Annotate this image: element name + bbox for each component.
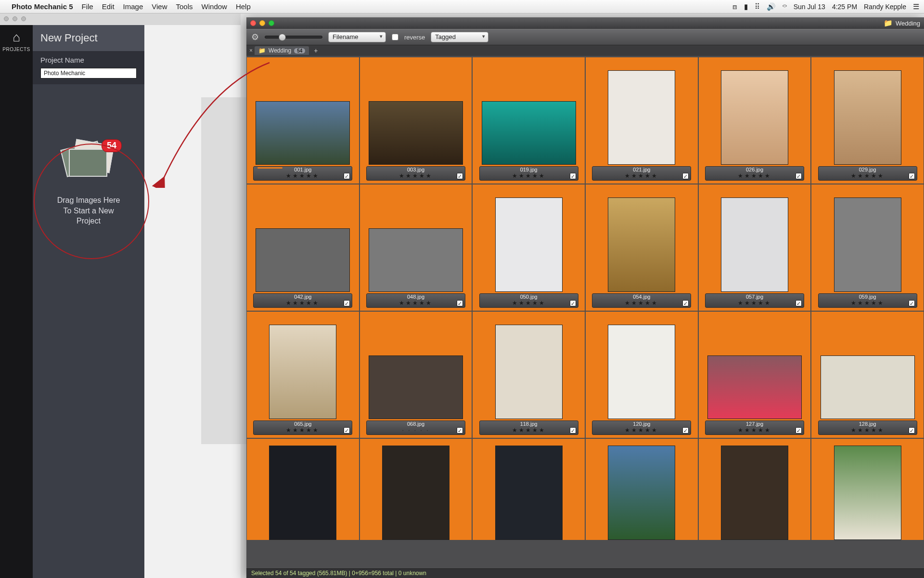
- close-icon[interactable]: [250, 20, 256, 26]
- thumbnail-image[interactable]: [256, 101, 350, 165]
- thumbnail-tag-checkbox[interactable]: ✓: [909, 173, 915, 179]
- keyboard-brightness-icon[interactable]: ⠿: [755, 2, 760, 11]
- thumbnail-rating[interactable]: ★★★★★: [399, 173, 433, 179]
- thumbnail-cell[interactable]: 128.jpg★★★★★✓: [811, 312, 924, 438]
- thumbnail-cell[interactable]: 042.jpg★★★★★✓: [247, 184, 359, 311]
- thumbnail-size-slider[interactable]: [265, 36, 322, 39]
- active-app-name[interactable]: Photo Mechanic 5: [12, 2, 73, 11]
- thumbnail-tag-checkbox[interactable]: ✓: [682, 427, 689, 434]
- thumbnail-cell[interactable]: 187.jpg✓: [586, 439, 698, 540]
- thumbnail-cell[interactable]: 059.jpg★★★★★✓: [811, 184, 924, 311]
- thumbnail-cell[interactable]: 207.jpg✓: [811, 439, 924, 540]
- thumbnail-image[interactable]: [608, 197, 675, 292]
- thumbnail-cell[interactable]: 029.jpg★★★★★✓: [811, 57, 924, 184]
- menubar-time[interactable]: 4:25 PM: [832, 3, 857, 11]
- thumbnail-tag-checkbox[interactable]: ✓: [796, 173, 802, 179]
- thumbnail-rating[interactable]: ★★★★★: [512, 173, 546, 179]
- project-name-input[interactable]: [40, 68, 137, 79]
- thumbnail-image[interactable]: [269, 325, 336, 419]
- tab-wedding[interactable]: 📁 Wedding 54: [255, 46, 309, 55]
- thumbnail-tag-checkbox[interactable]: ✓: [344, 300, 350, 306]
- thumbnail-cell[interactable]: 120.jpg★★★★★✓: [586, 312, 698, 438]
- settings-gear-icon[interactable]: ⚙: [251, 32, 259, 42]
- sort-field-select[interactable]: Filename: [328, 32, 386, 42]
- reverse-checkbox[interactable]: [392, 34, 398, 40]
- thumbnail-rating[interactable]: ★★★★★: [286, 427, 320, 434]
- menu-image[interactable]: Image: [123, 2, 143, 11]
- thumbnail-image[interactable]: [608, 446, 675, 540]
- menu-tools[interactable]: Tools: [176, 2, 193, 11]
- thumbnail-cell[interactable]: 057.jpg★★★★★✓: [699, 184, 811, 311]
- thumbnail-image[interactable]: [256, 228, 350, 292]
- thumbnail-tag-checkbox[interactable]: ✓: [909, 427, 915, 434]
- thumbnail-image[interactable]: [369, 355, 463, 419]
- thumbnail-cell[interactable]: 201.jpg✓: [699, 439, 811, 540]
- thumbnail-cell[interactable]: 054.jpg★★★★★✓: [586, 184, 698, 311]
- thumbnail-image[interactable]: [834, 197, 901, 292]
- zoom-icon[interactable]: [269, 20, 274, 26]
- thumbnail-image[interactable]: [721, 70, 788, 165]
- thumbnail-rating[interactable]: ★★★★★: [512, 427, 546, 434]
- thumbnail-rating[interactable]: ★★★★★: [851, 300, 885, 306]
- thumbnail-image[interactable]: [495, 197, 563, 292]
- window-traffic-lights-left[interactable]: [4, 16, 26, 21]
- wifi-icon[interactable]: ⌔: [783, 2, 787, 11]
- pm-titlebar[interactable]: 📁 Wedding: [246, 17, 924, 29]
- drop-images-zone[interactable]: 54 Drag Images Here To Start a New Proje…: [33, 142, 144, 226]
- thumbnail-tag-checkbox[interactable]: ✓: [344, 427, 350, 434]
- notification-center-icon[interactable]: ☰: [913, 2, 919, 11]
- thumbnail-grid[interactable]: 001.jpg★★★★★✓003.jpg★★★★★✓019.jpg★★★★★✓0…: [246, 56, 924, 568]
- thumbnail-cell[interactable]: 003.jpg★★★★★✓: [360, 57, 472, 184]
- thumbnail-rating[interactable]: ★★★★★: [625, 300, 658, 306]
- thumbnail-cell[interactable]: 118.jpg★★★★★✓: [473, 312, 585, 438]
- thumbnail-rating[interactable]: ★★★★★: [851, 427, 885, 434]
- menu-help[interactable]: Help: [236, 2, 251, 11]
- thumbnail-cell[interactable]: 050.jpg★★★★★✓: [473, 184, 585, 311]
- thumbnail-rating[interactable]: ★★★★★: [625, 173, 658, 179]
- thumbnail-tag-checkbox[interactable]: ✓: [457, 173, 463, 179]
- thumbnail-cell[interactable]: 048.jpg★★★★★✓: [360, 184, 472, 311]
- thumbnail-cell[interactable]: 127.jpg★★★★★✓: [699, 312, 811, 438]
- thumbnail-image[interactable]: [834, 70, 901, 165]
- add-tab-button[interactable]: +: [311, 47, 321, 54]
- thumbnail-rating[interactable]: ★★★★★: [851, 173, 885, 179]
- thumbnail-image[interactable]: [608, 325, 675, 419]
- thumbnail-cell[interactable]: 065.jpg★★★★★✓: [247, 312, 359, 438]
- thumbnail-cell[interactable]: 019.jpg★★★★★✓: [473, 57, 585, 184]
- menubar-date[interactable]: Sun Jul 13: [794, 3, 825, 11]
- thumbnail-tag-checkbox[interactable]: ✓: [570, 173, 576, 179]
- thumbnail-image[interactable]: [382, 446, 449, 540]
- thumbnail-rating[interactable]: ★★★★★: [738, 427, 771, 434]
- tag-filter-select[interactable]: Tagged: [431, 32, 488, 42]
- thumbnail-rating[interactable]: ★★★★★: [625, 427, 658, 434]
- menu-edit[interactable]: Edit: [102, 2, 115, 11]
- thumbnail-image[interactable]: [608, 70, 675, 165]
- thumbnail-rating[interactable]: ★★★★★: [512, 300, 546, 306]
- menu-view[interactable]: View: [152, 2, 167, 11]
- thumbnail-image[interactable]: [821, 355, 915, 419]
- battery-icon[interactable]: ▮: [744, 2, 748, 11]
- thumbnail-tag-checkbox[interactable]: ✓: [457, 427, 463, 434]
- thumbnail-cell[interactable]: 026.jpg★★★★★✓: [699, 57, 811, 184]
- menu-window[interactable]: Window: [202, 2, 227, 11]
- minimize-icon[interactable]: [259, 20, 265, 26]
- thumbnail-tag-checkbox[interactable]: ✓: [796, 427, 802, 434]
- thumbnail-cell[interactable]: 068.jpg· · · · ·✓: [360, 312, 472, 438]
- thumbnail-tag-checkbox[interactable]: ✓: [344, 173, 350, 179]
- thumbnail-rating[interactable]: ★★★★★: [738, 173, 771, 179]
- thumbnail-image[interactable]: [269, 446, 336, 540]
- thumbnail-rating[interactable]: ★★★★★: [286, 173, 320, 179]
- thumbnail-tag-checkbox[interactable]: ✓: [570, 427, 576, 434]
- menubar-user[interactable]: Randy Kepple: [864, 3, 906, 11]
- thumbnail-cell[interactable]: 162.jpg✓: [247, 439, 359, 540]
- thumbnail-tag-checkbox[interactable]: ✓: [909, 300, 915, 306]
- thumbnail-rating[interactable]: ★★★★★: [738, 300, 771, 306]
- menu-file[interactable]: File: [82, 2, 93, 11]
- thumbnail-tag-checkbox[interactable]: ✓: [570, 300, 576, 306]
- thumbnail-cell[interactable]: 001.jpg★★★★★✓: [247, 57, 359, 184]
- thumbnail-image[interactable]: [495, 446, 563, 540]
- thumbnail-image[interactable]: [495, 325, 563, 419]
- thumbnail-rating[interactable]: ★★★★★: [399, 300, 433, 306]
- thumbnail-cell[interactable]: 165.jpg✓: [473, 439, 585, 540]
- thumbnail-image[interactable]: [834, 446, 901, 540]
